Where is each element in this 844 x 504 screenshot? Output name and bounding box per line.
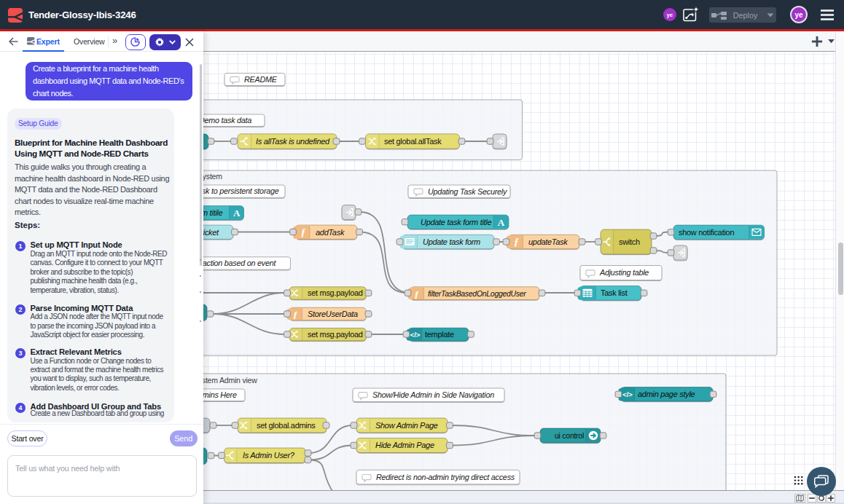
svg-text:show notification: show notification xyxy=(679,228,734,237)
svg-text:set global.admins: set global.admins xyxy=(257,421,316,430)
svg-text:Update task form: Update task form xyxy=(423,237,480,246)
svg-text:ƒ: ƒ xyxy=(301,227,306,238)
svg-text:set global.allTask: set global.allTask xyxy=(384,137,442,146)
svg-text:admin page style: admin page style xyxy=(638,390,695,398)
svg-text:Updating Task Securely: Updating Task Securely xyxy=(428,187,507,196)
svg-text:template: template xyxy=(425,330,454,339)
svg-text:</>: </> xyxy=(622,390,633,398)
svg-text:Is allTask is undefined: Is allTask is undefined xyxy=(256,137,330,146)
svg-text:Hide Admin Page: Hide Admin Page xyxy=(375,441,434,449)
svg-text:A: A xyxy=(498,217,505,228)
svg-text:ticket: ticket xyxy=(201,228,219,237)
svg-text:updateTask: updateTask xyxy=(528,237,568,246)
svg-text:Is Admin User?: Is Admin User? xyxy=(243,451,295,460)
svg-text:Update task form title: Update task form title xyxy=(421,218,492,227)
svg-text:set msg.payload: set msg.payload xyxy=(308,288,363,297)
svg-text:switch: switch xyxy=(619,237,640,246)
svg-text:Redirect is non-admin trying d: Redirect is non-admin trying direct acce… xyxy=(376,473,515,481)
svg-text:Show Admin Page: Show Admin Page xyxy=(375,421,438,430)
svg-text:Show/Hide Admin in Side Naviga: Show/Hide Admin in Side Navigation xyxy=(372,390,494,399)
svg-text:Demo task data: Demo task data xyxy=(199,116,251,125)
svg-text:Task list: Task list xyxy=(601,288,628,297)
svg-text:set msg.payload: set msg.payload xyxy=(308,330,363,339)
svg-text:README: README xyxy=(244,75,278,84)
svg-text:filterTaskBasedOnLoggedUser: filterTaskBasedOnLoggedUser xyxy=(428,289,526,298)
svg-text:</>: </> xyxy=(410,331,421,339)
svg-text:StoreUserData: StoreUserData xyxy=(308,310,358,318)
svg-text:ƒ: ƒ xyxy=(415,288,420,299)
svg-text:addTask: addTask xyxy=(316,228,345,237)
svg-text:ƒ: ƒ xyxy=(514,237,519,248)
svg-text:Adjusting table: Adjusting table xyxy=(599,268,649,277)
svg-text:ui control: ui control xyxy=(555,431,584,440)
svg-text:A: A xyxy=(233,208,241,218)
svg-text:ƒ: ƒ xyxy=(293,309,298,320)
